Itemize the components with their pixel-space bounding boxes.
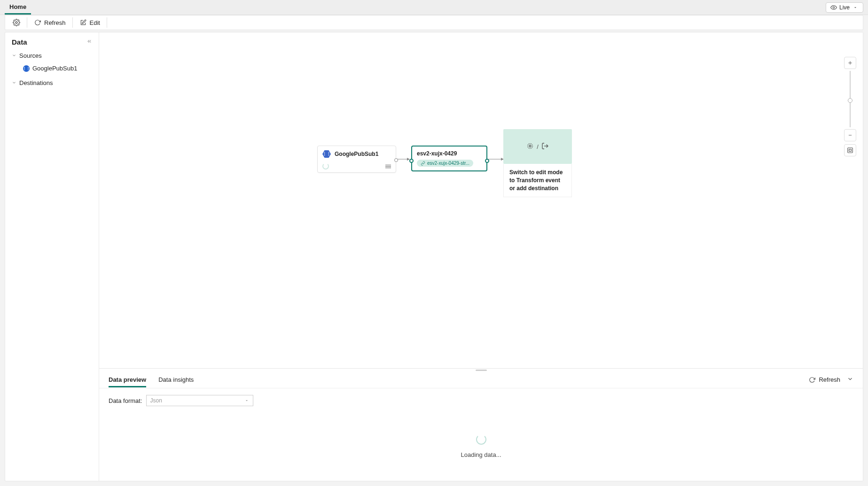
live-label: Live: [839, 4, 850, 11]
destinations-group[interactable]: Destinations: [5, 78, 99, 88]
destination-placeholder[interactable]: / Switch to edit mode to Transform event…: [503, 129, 572, 199]
separator-text: /: [537, 143, 539, 150]
output-port[interactable]: [485, 159, 489, 163]
refresh-label: Refresh: [44, 19, 66, 26]
settings-button[interactable]: [8, 17, 25, 28]
svg-point-4: [528, 143, 533, 148]
loading-spinner-icon: [322, 163, 329, 170]
gear-icon: [13, 19, 20, 26]
fit-to-screen-button[interactable]: [844, 144, 856, 156]
source-node-title: GooglePubSub1: [335, 151, 378, 157]
separator: [27, 17, 27, 28]
source-item-label: GooglePubSub1: [32, 65, 77, 72]
input-port[interactable]: [409, 159, 414, 163]
svg-point-3: [529, 145, 531, 147]
loading-text: Loading data...: [461, 451, 501, 458]
collapse-panel-button[interactable]: [847, 376, 853, 384]
eye-icon: [830, 4, 837, 11]
transform-icon: [526, 142, 534, 151]
zoom-slider[interactable]: [850, 71, 851, 127]
sidebar-title: Data: [12, 38, 27, 46]
refresh-icon: [34, 19, 41, 26]
sources-label: Sources: [19, 52, 42, 59]
zoom-in-button[interactable]: ＋: [844, 57, 856, 69]
tab-home[interactable]: Home: [5, 0, 31, 15]
destinations-label: Destinations: [19, 79, 53, 86]
output-icon: [541, 142, 549, 151]
stream-node[interactable]: esv2-xujx-0429 esv2-xujx-0429-str...: [411, 146, 487, 171]
bottom-panel: Data preview Data insights Refresh: [99, 368, 863, 481]
refresh-icon: [808, 376, 816, 384]
link-icon: [421, 161, 425, 166]
pubsub-icon: ⋮⋮: [23, 65, 30, 72]
menu-icon[interactable]: [385, 165, 391, 168]
separator: [107, 17, 107, 28]
tab-bar: Home Live: [0, 0, 868, 15]
edit-label: Edit: [90, 19, 100, 26]
edit-icon: [79, 19, 87, 26]
data-format-label: Data format:: [109, 397, 142, 404]
tab-data-insights[interactable]: Data insights: [158, 372, 194, 387]
panel-refresh-button[interactable]: Refresh: [808, 376, 840, 384]
svg-point-1: [16, 22, 17, 23]
pipeline-canvas[interactable]: ⋮⋮ GooglePubSub1 esv2-xujx-0429 esv2-xuj…: [99, 32, 863, 368]
collapse-sidebar-button[interactable]: [86, 39, 92, 46]
stream-node-title: esv2-xujx-0429: [417, 150, 482, 157]
chevron-down-icon: [852, 4, 859, 11]
output-port[interactable]: [394, 158, 398, 162]
chevron-down-icon: [12, 53, 16, 59]
data-format-value: Json: [150, 397, 162, 404]
data-sidebar: Data Sources ⋮⋮ GooglePubSub1 Destinati: [5, 32, 99, 481]
chevron-down-icon: [244, 398, 249, 403]
loading-spinner-icon: [476, 434, 486, 445]
panel-refresh-label: Refresh: [819, 376, 840, 383]
refresh-button[interactable]: Refresh: [29, 17, 70, 28]
zoom-out-button[interactable]: －: [844, 129, 856, 141]
edit-button[interactable]: Edit: [75, 17, 105, 28]
svg-rect-7: [849, 149, 852, 152]
svg-rect-6: [848, 148, 853, 153]
source-item-googlepubsub1[interactable]: ⋮⋮ GooglePubSub1: [5, 63, 99, 73]
separator: [72, 17, 73, 28]
stream-chip[interactable]: esv2-xujx-0429-str...: [417, 160, 473, 167]
zoom-controls: ＋ －: [844, 57, 856, 156]
live-mode-button[interactable]: Live: [826, 2, 863, 13]
sources-group[interactable]: Sources: [5, 51, 99, 61]
zoom-thumb[interactable]: [848, 98, 852, 103]
tab-data-preview[interactable]: Data preview: [109, 372, 146, 387]
toolbar: Refresh Edit: [5, 15, 863, 30]
source-node[interactable]: ⋮⋮ GooglePubSub1: [317, 146, 396, 173]
svg-point-0: [833, 7, 835, 8]
chevron-down-icon: [12, 80, 16, 86]
data-format-select[interactable]: Json: [146, 395, 253, 406]
pubsub-hex-icon: ⋮⋮: [322, 150, 331, 158]
destination-hint: Switch to edit mode to Transform event o…: [503, 164, 572, 197]
stream-chip-label: esv2-xujx-0429-str...: [427, 161, 469, 166]
